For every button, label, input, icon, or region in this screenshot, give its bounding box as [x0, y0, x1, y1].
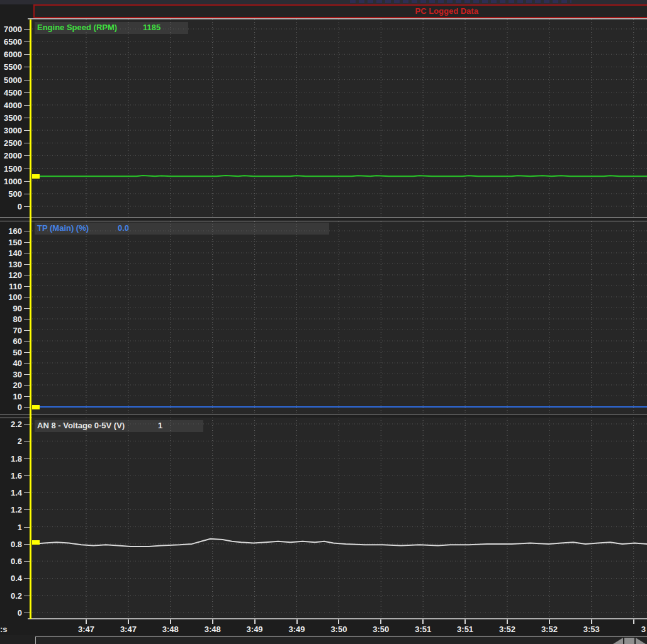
- x-tick-mark: [464, 619, 466, 624]
- y-tick-mark: [24, 206, 30, 207]
- plot-area-engine-speed[interactable]: Engine Speed (RPM) 1185: [32, 19, 647, 217]
- x-tick-mark: [422, 619, 424, 624]
- y-tick-mark: [24, 231, 30, 231]
- y-tick-label: 1.8: [0, 455, 22, 463]
- y-tick-label: 6000: [0, 50, 22, 58]
- y-tick-mark: [24, 458, 30, 459]
- y-tick-label: 130: [0, 260, 22, 269]
- x-tick-label: 3:50: [330, 625, 347, 634]
- y-tick-mark: [24, 352, 30, 353]
- y-tick-mark: [24, 561, 30, 562]
- chart-engine-speed[interactable]: Engine Speed (RPM) 1185 7000650060005500…: [0, 19, 647, 217]
- tp-main-series: [32, 221, 647, 414]
- x-tick-mark: [507, 619, 508, 624]
- current-value-marker: [32, 405, 40, 409]
- x-tick-mark: [591, 619, 592, 624]
- y-tick-label: 90: [0, 304, 22, 313]
- an8-voltage-series: [32, 418, 647, 618]
- series-name: TP (Main) (%): [37, 223, 89, 233]
- current-value-marker: [32, 174, 40, 179]
- y-tick-mark: [24, 492, 30, 493]
- series-legend: Engine Speed (RPM) 1185: [32, 19, 647, 35]
- y-tick-mark: [24, 181, 30, 182]
- x-tick-label: 3:48: [205, 625, 221, 634]
- scroll-right-arrow-icon[interactable]: [636, 638, 646, 644]
- y-tick-label: 5500: [0, 63, 22, 71]
- y-tick-label: 100: [0, 293, 22, 301]
- y-tick-mark: [24, 264, 30, 265]
- y-tick-label: 3500: [0, 114, 22, 122]
- engine-speed-series: [32, 19, 647, 217]
- y-axis-line: [30, 19, 31, 619]
- y-tick-label: 4000: [0, 101, 22, 109]
- y-tick-mark: [24, 613, 30, 613]
- y-tick-label: 2500: [0, 139, 22, 147]
- x-tick-mark: [254, 619, 256, 624]
- y-tick-label: 1.6: [0, 472, 22, 480]
- y-tick-label: 5000: [0, 76, 22, 84]
- y-tick-mark: [24, 509, 30, 510]
- y-tick-mark: [24, 396, 30, 397]
- y-tick-label: 80: [0, 315, 22, 323]
- y-tick-label: 160: [0, 227, 22, 235]
- y-tick-label: 1.2: [0, 506, 22, 514]
- clipped-title-text: [350, 0, 571, 3]
- x-axis-unit-label: :s: [0, 625, 8, 634]
- y-tick-label: 0.6: [0, 557, 22, 565]
- x-tick-label: 3:52: [499, 625, 515, 634]
- y-tick-mark: [24, 118, 30, 118]
- x-tick-label: 3:47: [120, 625, 137, 634]
- y-tick-label: 30: [0, 370, 22, 379]
- y-tick-mark: [24, 308, 30, 309]
- y-tick-mark: [24, 155, 30, 156]
- y-tick-label: 120: [0, 271, 22, 279]
- y-tick-label: 70: [0, 326, 22, 335]
- y-tick-mark: [24, 385, 30, 386]
- y-tick-label: 0.4: [0, 574, 22, 582]
- y-tick-mark: [24, 80, 30, 80]
- plot-area-an8-voltage[interactable]: AN 8 - Voltage 0-5V (V) 1: [32, 418, 647, 618]
- y-tick-mark: [24, 286, 30, 287]
- y-tick-mark: [24, 374, 30, 375]
- pc-logged-data-window: PC Logged Data Engine Speed (RPM) 1185 7…: [0, 0, 647, 644]
- series-current-value: 1185: [143, 23, 160, 32]
- series-name: Engine Speed (RPM): [37, 23, 117, 32]
- x-tick-label: 3:47: [78, 625, 94, 634]
- bottom-bar: [0, 635, 647, 644]
- x-tick-label: 3:53: [583, 625, 600, 634]
- y-tick-mark: [24, 341, 30, 341]
- y-tick-mark: [24, 29, 30, 30]
- next-panel-edge: [35, 636, 647, 644]
- chart-splitter[interactable]: [0, 217, 647, 221]
- y-tick-label: 40: [0, 359, 22, 367]
- x-tick-label: 3:49: [247, 625, 263, 634]
- y-tick-label: 0: [0, 203, 22, 211]
- y-tick-mark: [24, 527, 30, 528]
- y-tick-mark: [24, 441, 30, 441]
- chart-tp-main[interactable]: TP (Main) (%) 0.0 1601501401301201101009…: [0, 221, 647, 414]
- y-tick-label: 1000: [0, 177, 22, 186]
- x-tick-mark: [380, 619, 381, 624]
- y-tick-label: 0.2: [0, 592, 22, 600]
- series-current-value: 1: [158, 421, 162, 430]
- y-tick-label: 4500: [0, 89, 22, 97]
- y-tick-mark: [24, 105, 30, 106]
- y-tick-label: 2: [0, 437, 22, 445]
- x-tick-mark: [128, 619, 129, 624]
- y-tick-label: 1500: [0, 165, 22, 173]
- plot-area-tp-main[interactable]: TP (Main) (%) 0.0: [32, 221, 647, 414]
- y-tick-mark: [24, 363, 30, 364]
- chart-an8-voltage[interactable]: AN 8 - Voltage 0-5V (V) 1 2.221.81.61.41…: [0, 418, 647, 618]
- y-tick-mark: [24, 42, 30, 42]
- y-tick-label: 110: [0, 282, 22, 291]
- scrollbar-handle-icon[interactable]: [613, 638, 646, 644]
- scroll-left-arrow-icon[interactable]: [613, 638, 623, 644]
- y-tick-label: 150: [0, 238, 22, 247]
- y-tick-label: 140: [0, 249, 22, 257]
- y-tick-label: 7000: [0, 25, 22, 33]
- y-tick-label: 20: [0, 381, 22, 389]
- y-tick-label: 6500: [0, 38, 22, 46]
- scroll-thumb[interactable]: [624, 638, 634, 644]
- y-tick-label: 2.2: [0, 420, 22, 428]
- clipped-window-title: [0, 0, 647, 4]
